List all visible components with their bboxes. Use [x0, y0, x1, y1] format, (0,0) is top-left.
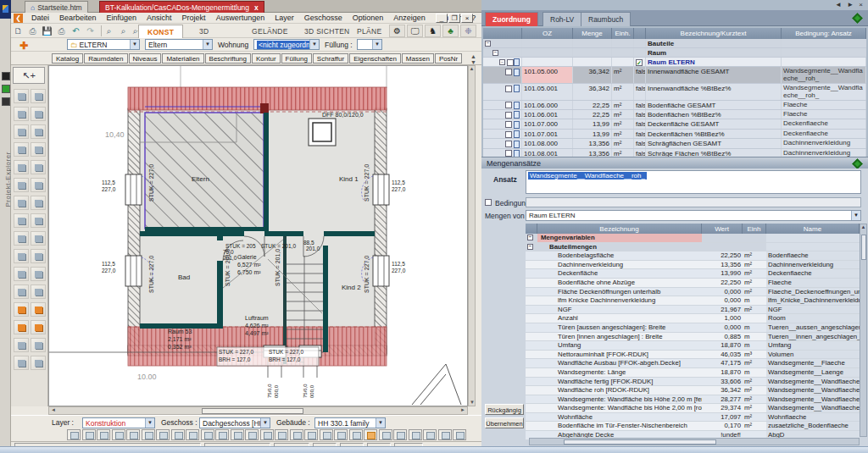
- undo-icon[interactable]: ↶: [69, 25, 83, 37]
- toolbar-icon[interactable]: [215, 429, 229, 440]
- variable-row[interactable]: Türen [aussen angeschlagen]: Breite0,000…: [526, 323, 860, 333]
- variable-row[interactable]: Wohnfläche17,097m²Wohnflaeche: [526, 413, 860, 423]
- toolbar-icon[interactable]: [201, 429, 214, 440]
- wohnung-combo[interactable]: <nicht zugeordnet>▼: [253, 39, 320, 50]
- cad-tool-icon[interactable]: [31, 267, 46, 281]
- context-button-schraffur[interactable]: Schraffur: [313, 53, 348, 64]
- toolbar-icon[interactable]: [245, 429, 259, 440]
- row-checkbox[interactable]: [505, 131, 512, 138]
- variable-row[interactable]: Bodenbelagsfläche22,250m²Bodenflaeche: [526, 251, 860, 261]
- table-row[interactable]: 101.06.00022,25m²falseBodenfläche GESAMT…: [483, 101, 866, 110]
- cad-tool-icon[interactable]: [14, 302, 29, 317]
- variable-row[interactable]: Dachinnenverkleidung13,356m²Dachinnenver…: [526, 261, 860, 270]
- table-row[interactable]: 101.07.00013,99m²falseDeckenfläche GESAM…: [483, 119, 866, 129]
- cad-tool-icon[interactable]: [14, 160, 29, 174]
- room-catalog-combo[interactable]: 🗀ELTERN▼: [67, 39, 140, 50]
- vegetation-icon[interactable]: ♣: [442, 25, 459, 37]
- variable-row[interactable]: Wandsegmente: Länge18,870mWandsegmente__…: [526, 368, 860, 378]
- cad-tool-icon[interactable]: [14, 142, 29, 157]
- screen-icon[interactable]: 🖵: [407, 25, 423, 37]
- scroll-arrows-icon[interactable]: ▲▼: [470, 53, 476, 65]
- context-button-beschriftung[interactable]: Beschriftung: [205, 53, 251, 64]
- cad-tool-icon[interactable]: [14, 178, 29, 192]
- cad-tool-icon[interactable]: [31, 249, 46, 263]
- print-preview-icon[interactable]: ⎙: [54, 25, 69, 37]
- toolbar-icon[interactable]: [379, 429, 392, 440]
- table-row[interactable]: −Raum: [483, 48, 866, 58]
- room-checkbox[interactable]: [507, 59, 514, 66]
- context-button-massen[interactable]: Massen: [402, 53, 434, 64]
- variable-row[interactable]: Bodenfläche im Tür-Fenster-Nischenbereic…: [526, 422, 860, 431]
- cad-tool-icon[interactable]: [31, 302, 46, 317]
- cad-tool-icon[interactable]: [31, 338, 46, 352]
- cad-tool-icon[interactable]: [14, 107, 29, 121]
- canvas-hscrollbar[interactable]: ◄►: [48, 406, 468, 415]
- variables-vscrollbar[interactable]: ▲: [860, 224, 867, 437]
- cad-tool-icon[interactable]: [31, 124, 46, 139]
- menu-item-einfgen[interactable]: Einfügen: [102, 13, 142, 23]
- cad-tool-icon[interactable]: [14, 356, 29, 370]
- toolbar-icon[interactable]: [186, 429, 199, 440]
- cad-tool-icon[interactable]: [31, 107, 46, 121]
- zoom-all-icon[interactable]: ⌕: [102, 25, 116, 37]
- toolbar-icon[interactable]: [423, 429, 437, 440]
- toolbar-icon[interactable]: [453, 429, 466, 440]
- refresh-icon[interactable]: ⚙: [389, 25, 405, 37]
- geschoss-combo[interactable]: Dachgeschoss [HH▼: [199, 417, 270, 428]
- toolbar-icon[interactable]: [156, 429, 170, 440]
- print-icon[interactable]: ⎙: [25, 25, 40, 37]
- cad-tool-icon[interactable]: [14, 89, 29, 103]
- view-tab-gelände[interactable]: GELÄNDE: [243, 25, 297, 38]
- variable-row[interactable]: Deckenfläche13,990m²Deckenflaeche: [526, 269, 860, 279]
- row-checkbox[interactable]: [505, 69, 512, 75]
- variable-row[interactable]: Fläche Deckenöffnungen unterhalb0,000m²F…: [526, 288, 860, 297]
- cad-tool-icon[interactable]: [14, 285, 29, 299]
- doc-tool-icon[interactable]: [2, 72, 10, 80]
- toolbar-icon[interactable]: [409, 429, 422, 440]
- row-checkbox[interactable]: [505, 141, 512, 147]
- render-icon[interactable]: ❉: [460, 25, 476, 37]
- cad-tool-icon[interactable]: [31, 320, 46, 334]
- context-button-fllung[interactable]: Füllung: [281, 53, 312, 64]
- table-row[interactable]: 101.07.00113,99m²falseDeckenflächen %BtB…: [483, 130, 866, 139]
- save-icon[interactable]: 💾: [40, 25, 54, 37]
- table-row[interactable]: 101.08.00013,356m²falseSchrägflächen GES…: [483, 139, 866, 148]
- fuellung-combo[interactable]: ▼: [357, 39, 382, 50]
- tab-startseite[interactable]: ⌂Startseite.htm: [25, 1, 88, 13]
- checked-checkbox[interactable]: ✓: [636, 59, 643, 66]
- variable-row[interactable]: NGF21,967m²NGF: [526, 306, 860, 315]
- collapse-icon[interactable]: −: [492, 50, 498, 56]
- collapse-icon[interactable]: −: [527, 244, 533, 250]
- toolbar-icon[interactable]: [260, 429, 274, 440]
- context-button-kontur[interactable]: Kontur: [252, 53, 281, 64]
- restore-button[interactable]: ❐: [448, 14, 460, 23]
- toolbar-icon[interactable]: [320, 429, 333, 440]
- menu-item-datei[interactable]: Datei: [26, 13, 54, 23]
- toolbar-icon[interactable]: [275, 429, 288, 440]
- cad-tool-icon[interactable]: [14, 267, 29, 281]
- cad-tool-icon[interactable]: [14, 124, 29, 139]
- tab-bt-kalkulation[interactable]: BT-Kalkulation/CasCADos-Mengenermittlung…: [99, 1, 264, 13]
- cad-tool-icon[interactable]: [31, 213, 46, 228]
- cad-tool-icon[interactable]: [31, 196, 46, 210]
- row-checkbox[interactable]: [505, 102, 512, 108]
- variable-row[interactable]: −Bauteilmengen: [526, 243, 860, 252]
- menu-item-bearbeiten[interactable]: Bearbeiten: [54, 13, 102, 23]
- variables-hscrollbar[interactable]: [529, 438, 860, 445]
- table-row[interactable]: 101.06.00122,25m²falseBodenflächen %BtBe…: [483, 110, 866, 119]
- cad-tool-icon[interactable]: [14, 231, 29, 246]
- toolbar-icon[interactable]: [142, 429, 155, 440]
- drawing-canvas[interactable]: Eltern Kind 1 Kind 2 Bad Galerie 6,527 m…: [48, 65, 468, 406]
- collapse-icon[interactable]: −: [527, 235, 533, 240]
- dark-tool-icon[interactable]: [2, 97, 10, 106]
- variable-row[interactable]: Anzahl1,000Room: [526, 314, 860, 323]
- toolbar-icon[interactable]: [393, 429, 407, 440]
- context-button-niveaus[interactable]: Niveaus: [129, 53, 162, 64]
- variable-row[interactable]: Wandfläche fertig [FFOK-RDUK]33,606m²Wan…: [526, 378, 860, 387]
- redo-icon[interactable]: ↷: [83, 25, 97, 37]
- cad-tool-icon[interactable]: [14, 213, 29, 228]
- variable-row[interactable]: Wandsegmente: Wandfläche bis Höhe 2,00 m…: [526, 404, 860, 413]
- apply-button[interactable]: Übernehmen: [485, 417, 524, 428]
- variable-row[interactable]: Umfang18,870mUmfang: [526, 341, 860, 351]
- toolbar-icon[interactable]: [112, 429, 125, 440]
